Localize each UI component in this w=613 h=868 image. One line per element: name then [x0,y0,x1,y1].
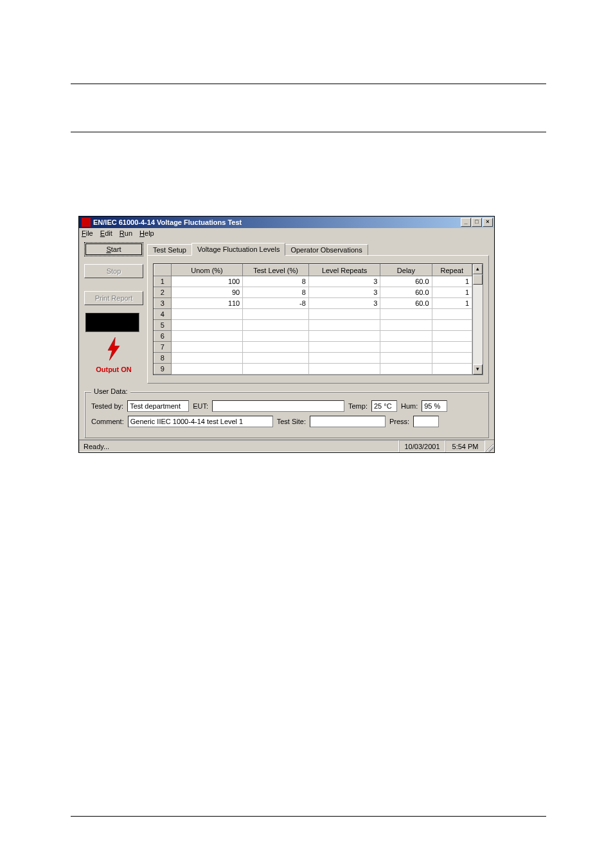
row-header[interactable]: 2 [154,287,172,298]
minimize-button[interactable]: _ [461,218,471,227]
tested-by-input[interactable] [127,400,189,412]
tab-test-setup[interactable]: Test Setup [147,244,192,255]
cell-level-repeats[interactable]: 3 [308,287,380,298]
table-row[interactable]: 7 [154,342,472,353]
row-header[interactable]: 1 [154,276,172,287]
cell-unom[interactable] [171,320,242,331]
cell-test-level[interactable] [243,353,309,364]
cell-delay[interactable] [380,353,432,364]
table-row[interactable]: 3110-8360.01 [154,298,472,309]
col-header-delay[interactable]: Delay [380,265,432,276]
cell-repeat[interactable] [432,353,472,364]
cell-level-repeats[interactable] [308,309,380,320]
cell-level-repeats[interactable]: 3 [308,276,380,287]
cell-repeat[interactable] [432,309,472,320]
scroll-thumb[interactable] [473,274,483,285]
temp-input[interactable] [371,400,397,412]
cell-delay[interactable]: 60.0 [380,276,432,287]
start-button[interactable]: Start [84,242,143,256]
cell-unom[interactable]: 100 [171,276,242,287]
cell-unom[interactable] [171,364,242,375]
row-header[interactable]: 5 [154,320,172,331]
row-header[interactable]: 8 [154,353,172,364]
row-header[interactable]: 3 [154,298,172,309]
cell-delay[interactable] [380,342,432,353]
menu-bar: File Edit Run Help [79,228,494,238]
cell-repeat[interactable] [432,320,472,331]
status-ready: Ready... [79,440,399,452]
row-header[interactable]: 9 [154,364,172,375]
menu-help[interactable]: Help [139,229,154,237]
eut-input[interactable] [212,400,344,412]
col-header-repeat[interactable]: Repeat [432,265,472,276]
tab-operator-observations[interactable]: Operator Observations [285,244,368,255]
table-row[interactable]: 9 [154,364,472,375]
cell-delay[interactable] [380,309,432,320]
table-row[interactable]: 4 [154,309,472,320]
scroll-down-button[interactable]: ▾ [473,364,483,375]
cell-unom[interactable]: 90 [171,287,242,298]
cell-delay[interactable]: 60.0 [380,287,432,298]
cell-test-level[interactable]: -8 [243,298,309,309]
cell-unom[interactable] [171,309,242,320]
table-row[interactable]: 8 [154,353,472,364]
cell-delay[interactable] [380,320,432,331]
cell-delay[interactable] [380,364,432,375]
table-row[interactable]: 11008360.01 [154,276,472,287]
hum-label: Hum: [401,402,418,410]
user-data-legend: User Data: [91,387,130,395]
bolt-icon [84,335,143,362]
cell-unom[interactable]: 110 [171,298,242,309]
menu-edit[interactable]: Edit [100,229,112,237]
cell-unom[interactable] [171,353,242,364]
row-header[interactable]: 4 [154,309,172,320]
cell-test-level[interactable] [243,309,309,320]
cell-unom[interactable] [171,342,242,353]
print-report-button: Print Report [84,291,143,305]
cell-delay[interactable] [380,331,432,342]
test-site-input[interactable] [310,416,386,427]
cell-repeat[interactable]: 1 [432,287,472,298]
cell-test-level[interactable] [243,342,309,353]
cell-test-level[interactable]: 8 [243,287,309,298]
cell-level-repeats[interactable] [308,320,380,331]
hum-input[interactable] [422,400,447,412]
table-row[interactable]: 6 [154,331,472,342]
comment-label: Comment: [91,418,124,425]
menu-file[interactable]: File [82,229,93,237]
press-input[interactable] [413,416,439,427]
cell-delay[interactable]: 60.0 [380,298,432,309]
menu-run[interactable]: Run [120,229,132,237]
cell-level-repeats[interactable] [308,353,380,364]
col-header-level-repeats[interactable]: Level Repeats [308,265,380,276]
cell-level-repeats[interactable] [308,342,380,353]
cell-level-repeats[interactable] [308,364,380,375]
col-header-test-level[interactable]: Test Level (%) [243,265,309,276]
cell-repeat[interactable]: 1 [432,276,472,287]
cell-test-level[interactable] [243,364,309,375]
cell-level-repeats[interactable] [308,331,380,342]
row-header[interactable]: 6 [154,331,172,342]
table-row[interactable]: 2908360.01 [154,287,472,298]
tab-voltage-levels[interactable]: Voltage Fluctuation Levels [191,243,285,256]
table-scrollbar[interactable]: ▴ ▾ [472,264,483,375]
cell-repeat[interactable] [432,331,472,342]
cell-test-level[interactable] [243,331,309,342]
scroll-track[interactable] [473,285,483,364]
cell-test-level[interactable]: 8 [243,276,309,287]
comment-input[interactable] [128,416,273,427]
row-header[interactable]: 7 [154,342,172,353]
close-button[interactable]: × [483,218,493,227]
cell-repeat[interactable] [432,342,472,353]
cell-repeat[interactable] [432,364,472,375]
levels-table[interactable]: Unom (%) Test Level (%) Level Repeats De… [154,264,472,375]
col-header-unom[interactable]: Unom (%) [171,265,242,276]
scroll-up-button[interactable]: ▴ [473,264,483,274]
resize-grip-icon[interactable] [485,440,494,452]
cell-test-level[interactable] [243,320,309,331]
cell-repeat[interactable]: 1 [432,298,472,309]
maximize-button[interactable]: □ [472,218,482,227]
table-row[interactable]: 5 [154,320,472,331]
cell-unom[interactable] [171,331,242,342]
cell-level-repeats[interactable]: 3 [308,298,380,309]
